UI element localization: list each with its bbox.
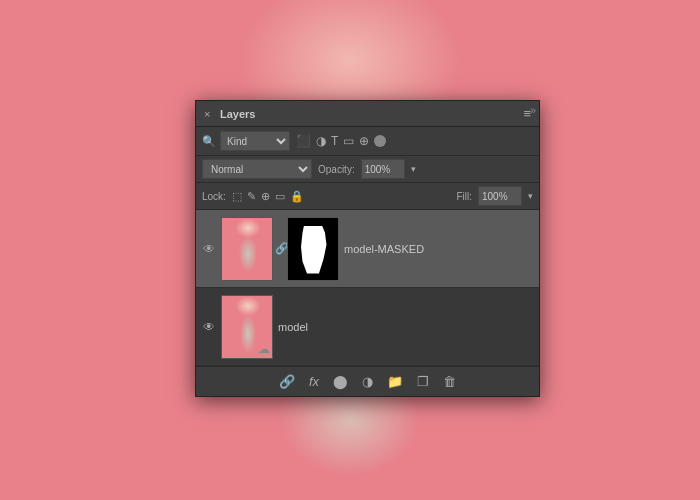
filter-row: 🔍 Kind ⬛ ◑ T ▭ ⊕ [196, 127, 539, 156]
mask-icon[interactable]: ◑ [362, 374, 373, 389]
search-icon: 🔍 [202, 135, 216, 148]
layer-thumbnail-color: ☁ [221, 295, 273, 359]
lock-icons: ⬚ ✎ ⊕ ▭ 🔒 [232, 190, 304, 203]
layer-row[interactable]: 👁 ☁ model [196, 288, 539, 366]
layer-thumbnails: ☁ [221, 295, 273, 359]
panel-title: Layers [220, 108, 255, 120]
smart-filter-icon[interactable]: ⊕ [359, 134, 369, 148]
pixel-filter-icon[interactable]: ⬛ [296, 134, 311, 148]
layer-thumbnails: 🔗 [221, 217, 339, 281]
lock-position-icon[interactable]: ✎ [247, 190, 256, 203]
layer-thumbnail-color [221, 217, 273, 281]
lock-pixels-icon[interactable]: ⬚ [232, 190, 242, 203]
lock-artboard-icon[interactable]: ⊕ [261, 190, 270, 203]
delete-icon[interactable]: 🗑 [443, 374, 456, 389]
layer-row[interactable]: 👁 🔗 model-MASKED [196, 210, 539, 288]
fill-label: Fill: [456, 191, 472, 202]
lock-label: Lock: [202, 191, 226, 202]
fill-dropdown-arrow[interactable]: ▾ [528, 191, 533, 201]
layer-name: model [278, 321, 533, 333]
layers-list: 👁 🔗 model-MASKED 👁 ☁ model [196, 210, 539, 366]
lock-slice-icon[interactable]: ▭ [275, 190, 285, 203]
duplicate-icon[interactable]: ❐ [417, 374, 429, 389]
layer-thumbnail-mask [287, 217, 339, 281]
opacity-value[interactable]: 100% [361, 159, 405, 179]
close-button[interactable]: × [204, 109, 214, 119]
blend-mode-dropdown[interactable]: Normal [202, 159, 312, 179]
layers-panel: × Layers ≡ 🔍 Kind ⬛ ◑ T ▭ ⊕ Normal Opaci… [195, 100, 540, 397]
link-icon[interactable]: 🔗 [279, 374, 295, 389]
lock-all-icon[interactable]: 🔒 [290, 190, 304, 203]
type-filter-icon[interactable]: T [331, 134, 338, 148]
fx-icon[interactable]: fx [309, 374, 319, 389]
folder-icon[interactable]: 📁 [387, 374, 403, 389]
panel-header: × Layers ≡ [196, 101, 539, 127]
layer-name: model-MASKED [344, 243, 533, 255]
adjustment-layer-icon[interactable]: ⬤ [333, 374, 348, 389]
chain-icon: 🔗 [275, 242, 285, 255]
visibility-icon[interactable]: 👁 [202, 242, 216, 256]
mask-shape [298, 226, 328, 274]
panel-footer: 🔗 fx ⬤ ◑ 📁 ❐ 🗑 [196, 366, 539, 396]
lock-row: Lock: ⬚ ✎ ⊕ ▭ 🔒 Fill: 100% ▾ [196, 183, 539, 210]
cloud-icon: ☁ [258, 342, 270, 356]
adjustment-filter-icon[interactable]: ◑ [316, 134, 326, 148]
collapse-arrows[interactable]: » [530, 104, 536, 116]
fill-value[interactable]: 100% [478, 186, 522, 206]
opacity-label: Opacity: [318, 164, 355, 175]
thumbnail-figure [222, 218, 272, 280]
blend-row: Normal Opacity: 100% ▾ [196, 156, 539, 183]
kind-dropdown[interactable]: Kind [220, 131, 290, 151]
shape-filter-icon[interactable]: ▭ [343, 134, 354, 148]
toggle-filter-circle[interactable] [374, 135, 386, 147]
opacity-dropdown-arrow[interactable]: ▾ [411, 164, 416, 174]
panel-header-left: × Layers [204, 108, 255, 120]
visibility-icon[interactable]: 👁 [202, 320, 216, 334]
filter-icons: ⬛ ◑ T ▭ ⊕ [296, 134, 386, 148]
